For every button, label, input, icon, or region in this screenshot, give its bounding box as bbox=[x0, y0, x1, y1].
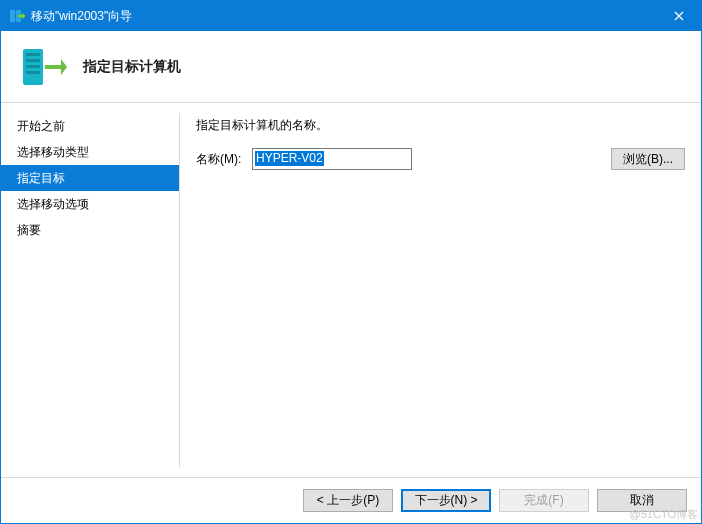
name-row: 名称(M): HYPER-V02 浏览(B)... bbox=[196, 148, 685, 170]
sidebar-item-move-options[interactable]: 选择移动选项 bbox=[1, 191, 179, 217]
name-input[interactable] bbox=[252, 148, 412, 170]
window-title: 移动"win2003"向导 bbox=[31, 8, 132, 25]
wizard-header: 指定目标计算机 bbox=[1, 31, 701, 103]
next-button[interactable]: 下一步(N) > bbox=[401, 489, 491, 512]
app-icon bbox=[9, 8, 25, 24]
finish-button: 完成(F) bbox=[499, 489, 589, 512]
sidebar-item-target[interactable]: 指定目标 bbox=[1, 165, 179, 191]
wizard-footer: < 上一步(P) 下一步(N) > 完成(F) 取消 bbox=[1, 477, 701, 523]
wizard-header-icon bbox=[19, 43, 67, 91]
svg-rect-4 bbox=[26, 59, 40, 62]
wizard-body: 开始之前 选择移动类型 指定目标 选择移动选项 摘要 指定目标计算机的名称。 名… bbox=[1, 103, 701, 477]
wizard-window: 移动"win2003"向导 指定目标计算机 开始之前 选择移动类型 指定目标 选… bbox=[0, 0, 702, 524]
sidebar-item-move-type[interactable]: 选择移动类型 bbox=[1, 139, 179, 165]
svg-rect-0 bbox=[10, 10, 15, 22]
sidebar-item-summary[interactable]: 摘要 bbox=[1, 217, 179, 243]
page-title: 指定目标计算机 bbox=[83, 58, 181, 76]
content-pane: 指定目标计算机的名称。 名称(M): HYPER-V02 浏览(B)... bbox=[180, 103, 701, 477]
svg-rect-3 bbox=[26, 53, 40, 56]
instruction-text: 指定目标计算机的名称。 bbox=[196, 117, 685, 134]
back-button[interactable]: < 上一步(P) bbox=[303, 489, 393, 512]
svg-rect-6 bbox=[26, 71, 40, 74]
titlebar: 移动"win2003"向导 bbox=[1, 1, 701, 31]
name-input-wrap: HYPER-V02 bbox=[252, 148, 605, 170]
svg-rect-5 bbox=[26, 65, 40, 68]
name-label: 名称(M): bbox=[196, 151, 246, 168]
sidebar-item-before-begin[interactable]: 开始之前 bbox=[1, 113, 179, 139]
browse-button[interactable]: 浏览(B)... bbox=[611, 148, 685, 170]
close-button[interactable] bbox=[656, 1, 701, 31]
cancel-button[interactable]: 取消 bbox=[597, 489, 687, 512]
sidebar: 开始之前 选择移动类型 指定目标 选择移动选项 摘要 bbox=[1, 103, 179, 477]
